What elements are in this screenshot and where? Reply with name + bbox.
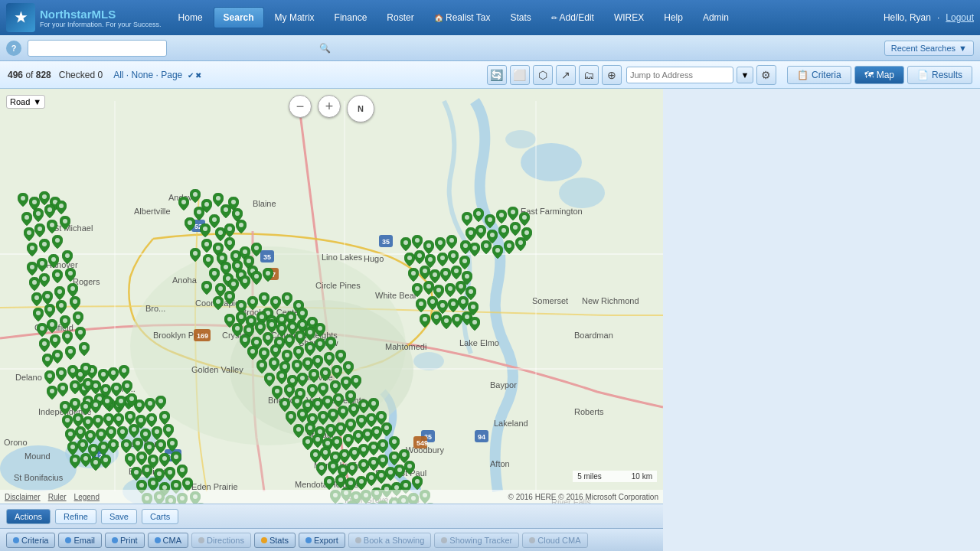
user-area: Hello, Ryan · Logout — [884, 12, 974, 23]
svg-text:Roberts: Roberts — [574, 407, 604, 416]
nav-home[interactable]: Home — [169, 8, 212, 28]
ruler-link[interactable]: Ruler — [48, 493, 67, 501]
tab-map[interactable]: 🗺 Map — [854, 66, 904, 84]
select-page-link[interactable]: Page — [161, 70, 182, 80]
select-none-link[interactable]: None — [132, 70, 154, 80]
checked-label: Checked 0 — [59, 70, 103, 80]
svg-text:47: 47 — [268, 271, 276, 279]
nav-finance[interactable]: Finance — [325, 8, 377, 28]
nav-roster[interactable]: Roster — [377, 8, 423, 28]
zoom-in-button[interactable]: + — [318, 95, 341, 118]
export-action-button[interactable]: Export — [299, 533, 345, 548]
results-icon: 📄 — [917, 70, 929, 80]
map-scale: 5 miles 10 km — [573, 471, 657, 482]
cma-action-button[interactable]: CMA — [148, 533, 188, 548]
user-greeting: Hello, Ryan — [884, 12, 931, 23]
brand-tagline: For your Information. For your Success. — [40, 21, 162, 28]
svg-text:Crystal: Crystal — [222, 331, 248, 340]
settings-tool[interactable]: ⚙ — [756, 65, 776, 85]
showing-action-button[interactable]: Book a Showing — [348, 533, 432, 548]
svg-text:St Michael: St Michael — [54, 223, 93, 233]
svg-text:Hanover: Hanover — [46, 260, 78, 269]
legend-link[interactable]: Legend — [74, 493, 100, 501]
search-submit-button[interactable]: 🔍 — [319, 43, 331, 54]
stats-action-button[interactable]: Stats — [254, 533, 296, 548]
nav-realisttax[interactable]: 🏠 Realist Tax — [425, 8, 500, 28]
svg-text:Heights: Heights — [337, 396, 366, 405]
svg-text:Independence: Independence — [38, 407, 92, 416]
nav-admin[interactable]: Admin — [694, 8, 738, 28]
select-tool[interactable]: ⬜ — [510, 65, 530, 85]
result-count: 496 of 828 — [8, 70, 51, 80]
svg-text:35: 35 — [263, 253, 271, 261]
carts-button[interactable]: Carts — [142, 509, 178, 524]
nav-stats[interactable]: Stats — [501, 8, 540, 28]
tab-criteria[interactable]: 📋 Criteria — [787, 66, 851, 84]
svg-text:Lake Elmo: Lake Elmo — [459, 338, 499, 347]
svg-text:94: 94 — [478, 433, 485, 441]
map-background: Albertville Andover St Michael Hanover R… — [0, 89, 663, 504]
refine-button[interactable]: Refine — [55, 509, 96, 524]
svg-text:12: 12 — [95, 452, 103, 460]
svg-text:212: 212 — [168, 452, 179, 460]
tab-results[interactable]: 📄 Results — [907, 66, 972, 84]
select-all-link[interactable]: All — [113, 70, 123, 80]
logo-text: NorthstarMLS For your Information. For y… — [40, 8, 162, 28]
svg-text:Coon Rapids: Coon Rapids — [195, 298, 244, 308]
refresh-tool[interactable]: 🔄 — [487, 65, 507, 85]
recent-searches-button[interactable]: Recent Searches ▼ — [884, 41, 974, 56]
disclaimer-link[interactable]: Disclaimer — [5, 493, 41, 501]
view-tabs: 📋 Criteria 🗺 Map 📄 Results — [787, 66, 972, 84]
nav-wirex[interactable]: WIREX — [605, 8, 653, 28]
help-button[interactable]: ? — [6, 41, 21, 56]
jump-address-button[interactable]: ▼ — [737, 67, 753, 83]
logo-icon: ★ — [15, 9, 27, 26]
search-bar: ? 🔍 Recent Searches ▼ — [0, 35, 980, 61]
bottom-actions: Criteria Email Print CMA Directions — [0, 528, 663, 551]
svg-text:Orono: Orono — [4, 438, 28, 447]
svg-text:Circle Pines: Circle Pines — [315, 281, 361, 290]
directions-action-button[interactable]: Directions — [191, 533, 251, 548]
criteria-action-button[interactable]: Criteria — [6, 533, 55, 548]
map-container[interactable]: Albertville Andover St Michael Hanover R… — [0, 89, 663, 504]
polygon-tool[interactable]: ⬡ — [533, 65, 553, 85]
nav-search[interactable]: Search — [214, 7, 264, 28]
search-input[interactable] — [28, 40, 167, 57]
svg-text:549: 549 — [416, 439, 428, 447]
nav-addedit[interactable]: ✏ Add/Edit — [542, 8, 603, 28]
layers-tool[interactable]: 🗂 — [579, 65, 599, 85]
svg-text:St Bonifacius: St Bonifacius — [14, 473, 64, 482]
svg-text:Lino Lakes: Lino Lakes — [322, 253, 363, 262]
jump-address-input[interactable] — [626, 67, 733, 83]
actions-button[interactable]: Actions — [6, 509, 51, 524]
cloudcma-action-button[interactable]: Cloud CMA — [522, 533, 587, 548]
cma-dot — [155, 537, 161, 543]
map-type-selector[interactable]: Road ▼ — [6, 95, 45, 109]
save-button[interactable]: Save — [101, 509, 137, 524]
svg-point-15 — [230, 300, 413, 438]
svg-text:Baypor: Baypor — [490, 380, 517, 390]
svg-text:Albertville: Albertville — [134, 207, 171, 216]
search-input-wrap: 🔍 — [28, 40, 334, 57]
crosshair-tool[interactable]: ⊕ — [602, 65, 622, 85]
map-tools: 🔄 ⬜ ⬡ ↗ 🗂 ⊕ — [487, 65, 622, 85]
email-action-button[interactable]: Email — [58, 533, 102, 548]
right-panel — [663, 89, 980, 551]
svg-text:Anoha: Anoha — [172, 276, 198, 285]
nav-help[interactable]: Help — [655, 8, 692, 28]
svg-text:Mound: Mound — [24, 452, 51, 461]
compass-button[interactable]: N — [347, 95, 374, 122]
tracker-action-button[interactable]: Showing Tracker — [434, 533, 519, 548]
cloudcma-dot — [529, 537, 535, 543]
svg-text:Mendota Heights: Mendota Heights — [295, 480, 359, 489]
svg-text:New Richmond: New Richmond — [582, 296, 639, 305]
zoom-out-button[interactable]: − — [289, 95, 312, 118]
scale-miles: 5 miles — [577, 472, 602, 481]
logout-link[interactable]: Logout — [946, 12, 974, 23]
print-action-button[interactable]: Print — [105, 533, 145, 548]
bottom-toolbar: Actions Refine Save Carts — [0, 504, 663, 528]
content-area: Albertville Andover St Michael Hanover R… — [0, 89, 980, 551]
svg-text:Mene..ha Falls: Mene..ha Falls — [314, 461, 370, 470]
arrow-tool[interactable]: ↗ — [556, 65, 576, 85]
nav-mymatrix[interactable]: My Matrix — [266, 8, 324, 28]
